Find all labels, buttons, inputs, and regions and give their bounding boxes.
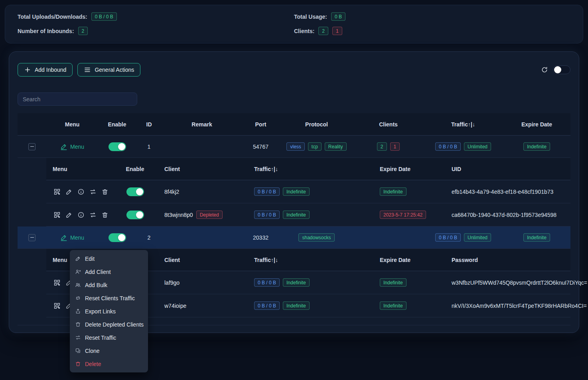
menu-item-delete-depleted-clients[interactable]: Delete Depleted Clients bbox=[70, 318, 148, 331]
qr-code-icon[interactable] bbox=[53, 301, 61, 310]
header-expire-date: Expire Date bbox=[503, 121, 570, 128]
expire-badge: 2023-5-7 17:25:42 bbox=[380, 211, 426, 219]
inbound-2-menu-button[interactable]: Menu bbox=[60, 234, 84, 241]
header-enable: Enable bbox=[98, 121, 136, 128]
info-icon[interactable] bbox=[77, 211, 85, 219]
add-inbound-button[interactable]: Add Inbound bbox=[18, 63, 73, 77]
client-uid: ca68470b-1940-437d-802b-1f9573e94598 bbox=[445, 212, 570, 218]
qr-code-icon[interactable] bbox=[53, 187, 61, 196]
traffic-limit-badge: Unlimited bbox=[464, 142, 491, 151]
total-usage-value: 0 B bbox=[331, 12, 345, 21]
menu-item-label: Add Client bbox=[85, 269, 111, 275]
client-expire: Indefinite bbox=[373, 301, 445, 310]
refresh-icon[interactable] bbox=[541, 66, 548, 73]
inbound-1-traffic: 0 B / 0 B Unlimited bbox=[423, 142, 503, 151]
delete-client-icon[interactable] bbox=[101, 211, 109, 219]
number-of-inbounds-value: 2 bbox=[78, 27, 88, 35]
inbound-1-menu-label: Menu bbox=[70, 144, 84, 150]
header-remark: Remark bbox=[162, 121, 242, 128]
total-uploads-downloads-label: Total Uploads/Downloads: bbox=[18, 14, 87, 20]
client-uid: efb14b43-4a79-4e83-ef18-e48cf1901b73 bbox=[445, 189, 570, 195]
inbound-1-clients: 2 1 bbox=[353, 142, 423, 151]
client-row: 8t3wjnn8p0 Depleted 0 B / 0 B Indefinite… bbox=[46, 203, 570, 226]
traffic-badge: 0 B / 0 B bbox=[254, 211, 280, 219]
menu-item-label: Edit bbox=[85, 256, 95, 262]
client-header-traffic[interactable]: Traffic↑|↓ bbox=[248, 166, 373, 172]
header-menu: Menu bbox=[46, 121, 98, 128]
search-input[interactable] bbox=[18, 93, 137, 106]
collapse-row-button[interactable] bbox=[28, 234, 36, 241]
add-inbound-label: Add Inbound bbox=[35, 67, 66, 73]
header-traffic-sort[interactable]: Traffic↑|↓ bbox=[423, 121, 503, 128]
client-enable-toggle[interactable] bbox=[126, 187, 144, 196]
client-header-expire: Expire Date bbox=[373, 257, 445, 263]
auto-refresh-toggle[interactable] bbox=[553, 65, 570, 74]
menu-item-label: Reset Clients Traffic bbox=[85, 295, 135, 301]
client-traffic: 0 B / 0 B Indefinite bbox=[248, 278, 373, 287]
general-actions-label: General Actions bbox=[95, 67, 134, 73]
reset-traffic-icon[interactable] bbox=[89, 187, 97, 196]
client-enable-toggle[interactable] bbox=[126, 211, 144, 219]
inbound-row-1: Menu 1 54767 vless tcp Reality 2 1 0 B /… bbox=[18, 136, 570, 158]
expire-badge: Indefinite bbox=[380, 187, 406, 196]
reset-traffic-icon[interactable] bbox=[89, 211, 97, 219]
client-header-client: Client bbox=[158, 166, 248, 172]
header-clients: Clients bbox=[353, 121, 423, 128]
inbound-1-menu-button[interactable]: Menu bbox=[60, 143, 84, 150]
menu-item-add-bulk[interactable]: Add Bulk bbox=[70, 278, 148, 291]
inbound-2-protocols: shadowsocks bbox=[280, 233, 353, 242]
menu-item-add-client[interactable]: Add Client bbox=[70, 265, 148, 278]
client-row: 8f4kj2 0 B / 0 B Indefinite Indefinite e… bbox=[46, 180, 570, 203]
list-icon bbox=[84, 66, 91, 73]
expire-badge: Indefinite bbox=[380, 301, 406, 310]
general-actions-button[interactable]: General Actions bbox=[77, 63, 140, 77]
protocol-badge: Reality bbox=[325, 142, 347, 151]
number-of-inbounds-label: Number of Inbounds: bbox=[18, 28, 74, 34]
user-add-icon bbox=[75, 269, 81, 275]
traffic-limit-badge: Indefinite bbox=[283, 187, 310, 196]
inbound-1-id: 1 bbox=[136, 144, 162, 150]
inbound-2-expire: Indefinite bbox=[503, 233, 570, 242]
inbound-2-enable-toggle[interactable] bbox=[109, 233, 126, 242]
menu-item-edit[interactable]: Edit bbox=[70, 252, 148, 265]
stats-card: Total Uploads/Downloads: 0 B / 0 B Numbe… bbox=[5, 5, 583, 43]
qr-code-icon[interactable] bbox=[53, 278, 61, 287]
traffic-limit-badge: Unlimited bbox=[464, 233, 491, 242]
menu-item-clone[interactable]: Clone bbox=[70, 344, 148, 357]
traffic-badge: 0 B / 0 B bbox=[254, 187, 280, 196]
clients-depleted-badge: 1 bbox=[390, 142, 400, 151]
client-header-password: Password bbox=[445, 257, 570, 263]
edit-client-icon[interactable] bbox=[65, 187, 73, 196]
edit-client-icon[interactable] bbox=[65, 211, 73, 219]
delete-client-icon[interactable] bbox=[101, 187, 109, 196]
menu-item-label: Export Links bbox=[85, 308, 116, 315]
client-password: nkV/I/3XoAm9v6xMT/T5lcrF4TpeTKF98rHARbRo… bbox=[445, 303, 587, 309]
total-uploads-downloads-value: 0 B / 0 B bbox=[91, 12, 117, 21]
menu-item-reset-clients-traffic[interactable]: Reset Clients Traffic bbox=[70, 291, 148, 305]
menu-item-export-links[interactable]: Export Links bbox=[70, 305, 148, 318]
stat-clients: Clients: 2 1 bbox=[294, 27, 570, 35]
expire-badge: Indefinite bbox=[523, 233, 550, 242]
traffic-limit-badge: Indefinite bbox=[283, 301, 310, 310]
info-icon[interactable] bbox=[77, 187, 85, 196]
client-header-enable: Enable bbox=[112, 166, 158, 172]
traffic-badge: 0 B / 0 B bbox=[435, 233, 461, 242]
clients-label: Clients: bbox=[294, 28, 314, 34]
menu-item-delete[interactable]: Delete bbox=[70, 357, 148, 370]
inbound-2-id: 2 bbox=[136, 234, 162, 241]
client-header-expire: Expire Date bbox=[373, 166, 445, 172]
inbound-1-port: 54767 bbox=[242, 144, 280, 150]
clients-depleted-count: 1 bbox=[332, 27, 342, 35]
inbound-2-traffic: 0 B / 0 B Unlimited bbox=[423, 233, 503, 242]
collapse-row-button[interactable] bbox=[28, 143, 36, 150]
inbound-2-port: 20332 bbox=[242, 234, 280, 241]
inbound-1-enable-toggle[interactable] bbox=[109, 142, 126, 151]
plus-icon bbox=[24, 66, 31, 73]
qr-code-icon[interactable] bbox=[53, 211, 61, 219]
header-id: ID bbox=[136, 121, 162, 128]
total-usage-label: Total Usage: bbox=[294, 14, 327, 20]
clients-table-header: Menu Enable Client Traffic↑|↓ Expire Dat… bbox=[46, 158, 570, 180]
menu-item-reset-traffic[interactable]: Reset Traffic bbox=[70, 331, 148, 344]
retweet-icon bbox=[75, 295, 81, 301]
client-header-traffic[interactable]: Traffic↑|↓ bbox=[248, 257, 373, 263]
